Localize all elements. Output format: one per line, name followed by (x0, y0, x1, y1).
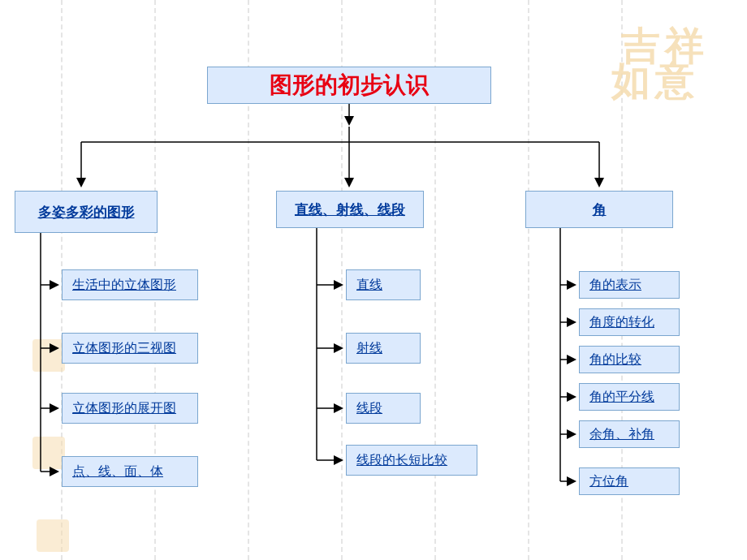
leaf-complementary-supplementary[interactable]: 余角、补角 (579, 420, 680, 448)
leaf-nets[interactable]: 立体图形的展开图 (62, 393, 198, 424)
leaf-point-line-surface-solid[interactable]: 点、线、面、体 (62, 456, 198, 487)
decorative-seal-icon (32, 339, 65, 372)
leaf-angle-compare[interactable]: 角的比较 (579, 346, 680, 373)
leaf-angle-bisector[interactable]: 角的平分线 (579, 383, 680, 411)
leaf-three-views[interactable]: 立体图形的三视图 (62, 333, 198, 364)
leaf-angle-conversion[interactable]: 角度的转化 (579, 308, 680, 336)
decorative-watermark: 吉祥 如意 (621, 28, 735, 118)
leaf-segment[interactable]: 线段 (346, 393, 421, 424)
leaf-solid-shapes-in-life[interactable]: 生活中的立体图形 (62, 269, 198, 300)
category-angles[interactable]: 角 (525, 191, 673, 228)
leaf-ray[interactable]: 射线 (346, 333, 421, 364)
leaf-angle-notation[interactable]: 角的表示 (579, 271, 680, 299)
category-shapes[interactable]: 多姿多彩的图形 (15, 191, 158, 233)
decorative-seal-icon (37, 519, 69, 552)
leaf-line[interactable]: 直线 (346, 269, 421, 300)
leaf-segment-compare[interactable]: 线段的长短比较 (346, 445, 477, 476)
diagram-title: 图形的初步认识 (207, 67, 491, 104)
category-lines[interactable]: 直线、射线、线段 (276, 191, 424, 228)
decorative-seal-icon (32, 437, 65, 469)
leaf-bearing-angle[interactable]: 方位角 (579, 467, 680, 495)
